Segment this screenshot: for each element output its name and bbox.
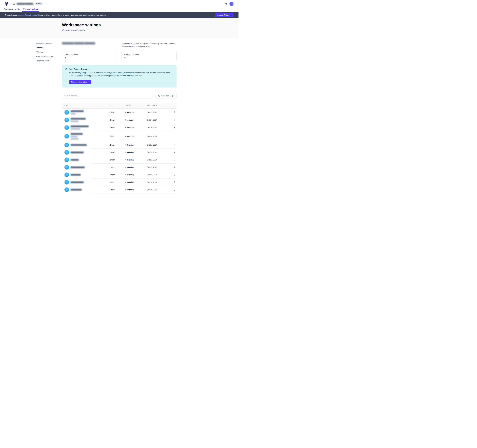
invite-description: Invite members to your workspace and eff…: [122, 42, 177, 48]
member-identifier-blurred: █████████████: [71, 110, 83, 112]
person-plus-icon: [158, 95, 160, 97]
member-date-added: Oct 14, 2024: [147, 181, 173, 183]
settings-side-nav: Workspace overview Members API keys Plan…: [36, 42, 60, 64]
row-menu-button[interactable]: ⋮: [173, 151, 176, 154]
member-identifier-blurred: ███████████: [71, 188, 82, 191]
sidebar-item-members[interactable]: Members: [36, 47, 60, 49]
status-badge: Pending: [125, 189, 147, 191]
member-date-added: Oct 15, 2024: [147, 174, 173, 176]
row-menu-button[interactable]: ⋮: [173, 158, 176, 162]
row-actions-cell: ⋮: [173, 118, 178, 121]
member-identifier-blurred: ██████████████: [71, 166, 85, 169]
status-dot-icon: [125, 159, 126, 160]
row-menu-button[interactable]: ⋮: [173, 111, 176, 114]
top-navigation: / ████████ ███████ Growth Help AB: [0, 0, 238, 7]
status-badge: Pending: [125, 144, 147, 146]
filter-input[interactable]: [62, 93, 153, 98]
row-menu-button[interactable]: ⋮: [173, 143, 176, 146]
user-avatar[interactable]: AB: [229, 2, 233, 6]
usage-billing-button[interactable]: Usage & Billing →: [215, 13, 233, 17]
member-avatar: [65, 143, 69, 147]
member-role: Owner: [110, 144, 125, 146]
workspace-name-blurred[interactable]: ████████ ███████: [17, 3, 33, 5]
member-subname-blurred: █████: [71, 113, 83, 115]
status-badge: Pending: [125, 159, 147, 161]
row-menu-button[interactable]: ⋮: [173, 126, 176, 129]
table-row: ███████████████████████OwnerAcceptedOct …: [62, 116, 177, 124]
member-role: Owner: [110, 159, 125, 161]
members-table-body: ██████████████████OwnerAcceptedOct 14, 2…: [62, 109, 177, 194]
member-role: Owner: [110, 127, 125, 128]
usage-billing-banner: Explore the new Usage & Billing Overview…: [0, 12, 238, 18]
column-header-date-added: DATE ADDED: [147, 105, 173, 107]
breadcrumb-current: Members: [78, 29, 85, 31]
page-title: Workspace settings: [62, 23, 177, 27]
sidebar-item-workspace-overview[interactable]: Workspace overview: [36, 42, 60, 44]
member-subname-blurred: ███████: [71, 135, 83, 137]
status-badge: Accepted: [125, 111, 147, 113]
tab-workspace-projects[interactable]: Workspace projects: [4, 7, 20, 12]
page-header: Workspace settings Workspace settings / …: [0, 18, 238, 38]
status-badge: Pending: [125, 166, 147, 168]
status-dot-icon: [125, 136, 126, 137]
members-panel: █████████ ████████ ████████ Invite membe…: [62, 42, 177, 194]
member-identifier-blurred: ████████████: [71, 133, 83, 135]
invite-members-button[interactable]: Invite member(s): [155, 93, 177, 98]
usage-billing-overview-link[interactable]: Usage & Billing Overview: [18, 14, 37, 16]
table-row: ██████████OwnerPendingOct 15, 2024⋮: [62, 171, 177, 179]
row-actions-cell: ⋮: [173, 181, 178, 184]
member-date-added: Oct 15, 2024: [147, 166, 173, 168]
member-role: Owner: [110, 189, 125, 191]
row-actions-cell: ⋮: [173, 166, 178, 169]
member-identifier-blurred: █████████████: [71, 181, 83, 183]
tab-workspace-settings[interactable]: Workspace settings: [23, 7, 38, 12]
member-name-cell: ████████████████: [62, 143, 110, 147]
status-badge: Pending: [125, 181, 147, 183]
status-badge: Accepted: [125, 119, 147, 121]
member-name-cell: ███████████: [62, 188, 110, 192]
help-link[interactable]: Help: [224, 3, 227, 5]
ory-logo-icon[interactable]: [5, 2, 9, 6]
sidebar-item-usage-billing[interactable]: Usage and billing: [36, 60, 60, 62]
manage-subscription-button[interactable]: Manage subscription ↗: [69, 80, 91, 84]
table-row: █████████████OwnerPendingOct 14, 2024⋮: [62, 179, 177, 186]
breadcrumb-workspace-settings-link[interactable]: Workspace settings: [62, 29, 77, 31]
member-date-added: Oct 15, 2024: [147, 144, 173, 146]
member-role: Owner: [110, 119, 125, 121]
team-growing-alert: Your Team is Growing! You're currently u…: [62, 65, 177, 88]
member-subname-blurred: ████████: [71, 120, 86, 122]
row-menu-button[interactable]: ⋮: [173, 166, 176, 169]
member-subname-blurred: ████████: [71, 138, 83, 140]
alert-title: Your Team is Growing!: [69, 68, 89, 70]
row-actions-cell: ⋮: [173, 143, 178, 146]
row-menu-button[interactable]: ⋮: [173, 188, 176, 191]
row-actions-cell: ⋮: [173, 158, 178, 162]
member-subname-blurred: ██████████: [71, 128, 89, 130]
member-role: Owner: [110, 181, 125, 183]
row-actions-cell: ⋮: [173, 126, 178, 129]
status-dot-icon: [125, 174, 126, 175]
breadcrumb-separator: /: [10, 3, 11, 5]
row-menu-button[interactable]: ⋮: [173, 173, 176, 176]
sidebar-item-plans-subscription[interactable]: Plans and subscription: [36, 55, 60, 57]
sidebar-item-api-keys[interactable]: API keys: [36, 51, 60, 53]
workspace-tabs: Workspace projects Workspace settings: [0, 7, 238, 12]
status-dot-icon: [125, 127, 126, 128]
member-date-added: Oct 14, 2024: [147, 151, 173, 153]
status-badge: Accepted: [125, 127, 147, 128]
member-name-cell: ███████████████████████: [62, 118, 110, 122]
row-menu-button[interactable]: ⋮: [173, 118, 176, 121]
member-date-added: Oct 14, 2024: [147, 135, 173, 137]
arrow-right-icon: →: [230, 14, 231, 16]
member-name-cell: ███████████████████████████: [62, 133, 110, 140]
member-date-added: Oct 15, 2024: [147, 159, 173, 161]
table-row: ████████OwnerPendingOct 15, 2024⋮: [62, 156, 177, 163]
total-seats-card: Total seats included 20: [121, 51, 177, 61]
status-dot-icon: [125, 152, 126, 153]
member-role: Owner: [110, 174, 125, 176]
member-avatar: [65, 173, 69, 177]
chevron-down-icon[interactable]: [45, 3, 47, 5]
status-badge: Pending: [125, 174, 147, 176]
row-menu-button[interactable]: ⋮: [173, 181, 176, 184]
table-row: ██████████████████OwnerAcceptedOct 14, 2…: [62, 109, 177, 116]
